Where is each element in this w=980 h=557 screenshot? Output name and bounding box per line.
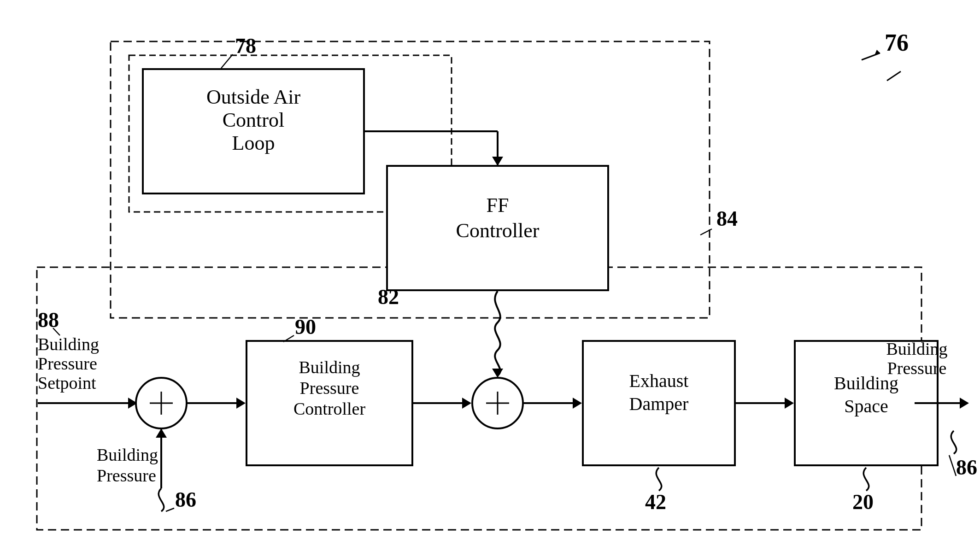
label-20: 20 [852, 490, 874, 514]
arrow-sum2-to-ed [573, 398, 582, 409]
bp-out-label-line1: Building [886, 339, 947, 358]
bp-out-label-line2: Pressure [887, 358, 947, 378]
bpc-label-line2: Pressure [300, 378, 359, 398]
arrow-ed-to-bs [785, 398, 794, 409]
arrow-bs-out [960, 398, 969, 409]
setpoint-label-line3: Setpoint [38, 373, 96, 393]
svg-line-22 [887, 71, 901, 81]
arrow-ff-down [492, 369, 503, 378]
label-42: 42 [645, 490, 666, 514]
squiggly-arrow-ff-to-sum [495, 291, 500, 375]
outside-air-label-line3: Loop [232, 132, 275, 154]
setpoint-label-line1: Building [38, 334, 99, 354]
svg-line-21 [949, 455, 956, 476]
bpc-label-line3: Controller [293, 399, 366, 418]
label-86-output: 86 [956, 456, 977, 479]
figure-number: 76 [885, 29, 909, 56]
ff-controller-label-line1: FF [487, 194, 509, 217]
arrow-bpc-to-sum2 [462, 398, 471, 409]
label-84: 84 [716, 207, 738, 230]
svg-line-3 [221, 54, 233, 68]
bs-label-line2: Space [844, 396, 888, 416]
ed-label-line2: Damper [629, 393, 689, 414]
label-88: 88 [38, 308, 59, 332]
bp-label-line1: Building [97, 445, 158, 464]
setpoint-label-line2: Pressure [38, 354, 97, 373]
ed-label-line1: Exhaust [629, 370, 689, 391]
arrow-bp-up [156, 428, 167, 438]
svg-line-11 [166, 508, 174, 511]
label-90: 90 [295, 315, 316, 339]
label-86-input: 86 [175, 488, 196, 511]
bpc-label-line1: Building [299, 358, 360, 377]
label-82: 82 [378, 285, 399, 309]
label-78: 78 [235, 34, 256, 58]
diagram-container: 76 84 78 Outside Air Control Loop 82 FF … [0, 0, 980, 557]
arrow-to-ff [492, 157, 503, 166]
arrow-sum1-to-bpc [236, 398, 246, 409]
outside-air-label-line1: Outside Air [206, 86, 300, 108]
bp-label-line2: Pressure [97, 466, 156, 485]
outside-air-label-line2: Control [223, 109, 284, 131]
ff-controller-label-line2: Controller [456, 219, 540, 242]
